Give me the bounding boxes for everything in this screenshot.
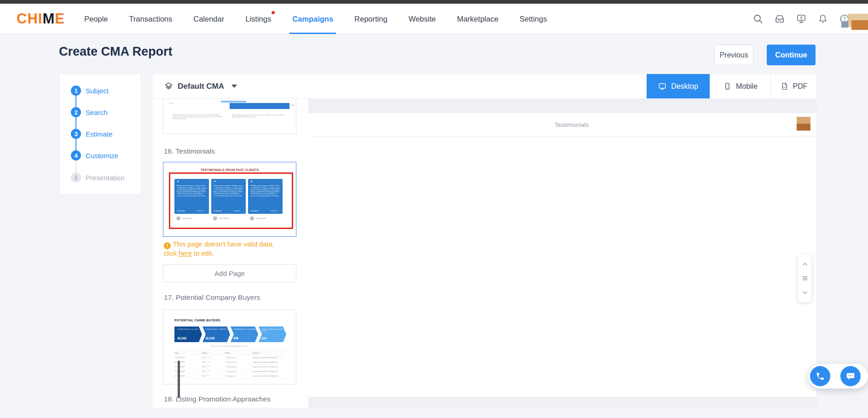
search-icon[interactable] (752, 13, 764, 24)
wizard-stepper: 1 Subject 2 Search 3 Estimate 4 Customiz… (59, 74, 141, 195)
chevron-down-icon (231, 85, 237, 88)
page-thumbnail-partial[interactable]: 75% 85% Most buyers purchase their prope… (163, 98, 296, 134)
navbar-icon-group: $ ? (752, 4, 850, 34)
scroll-down-button[interactable] (801, 288, 809, 297)
chart-bar (230, 103, 289, 109)
testimonial-card: ❝ Whether you're buying or selling a hom… (248, 179, 283, 214)
browser-top-strip (0, 0, 868, 4)
tab-mobile[interactable]: Mobile (710, 74, 771, 98)
page-thumbnail-testimonials[interactable]: TESTIMONIALS FROM PAST CLIENTS ❝ Whether… (163, 162, 296, 237)
testimonials-thumb-title: TESTIMONIALS FROM PAST CLIENTS (163, 168, 296, 172)
preview-page-header: Testimonials (308, 113, 816, 137)
testimonial-text: Whether you're buying or selling a home,… (214, 185, 244, 197)
page-navigation-panel (798, 255, 811, 302)
avatar (213, 216, 217, 220)
nav-item-settings[interactable]: Settings (520, 4, 547, 34)
logo-text: CHI (17, 11, 42, 27)
pdf-file-icon: PDF (781, 82, 788, 90)
preview-page: Testimonials (308, 113, 816, 397)
funnel-segment: Total Active Buyers matching all criteri… (259, 326, 286, 342)
pricing-percent-right: 85% (291, 104, 295, 106)
scroll-up-button[interactable] (801, 260, 809, 269)
step-subject[interactable]: 1 Subject (71, 86, 109, 96)
layers-icon (164, 82, 173, 91)
testimonial-author: Client Name (176, 216, 203, 220)
inbox-icon[interactable] (774, 13, 785, 24)
step-number: 1 (71, 86, 81, 96)
page-list-button[interactable] (801, 274, 809, 282)
pricing-percent-left: 75% (169, 102, 173, 104)
listings-notification-dot (272, 11, 275, 14)
nav-item-marketplace[interactable]: Marketplace (457, 4, 498, 34)
author-name: Client Name (219, 217, 229, 219)
tab-desktop[interactable]: Desktop (647, 74, 710, 98)
thumbnail-pane-scrollbar[interactable] (178, 361, 180, 398)
step-label[interactable]: Subject (86, 87, 109, 95)
testimonial-date: 05/05/2021 (233, 210, 239, 212)
page-thumbnails-pane: 75% 85% Most buyers purchase their prope… (152, 98, 309, 408)
col-header: Interests (253, 352, 285, 354)
funnel-label: Total Active Buyers matching all criteri… (261, 328, 284, 332)
nav-item-listings[interactable]: Listings (245, 4, 271, 34)
notifications-bell-icon[interactable] (817, 13, 828, 24)
chat-bubble-icon (846, 372, 855, 381)
continue-button[interactable]: Continue (767, 45, 816, 65)
testimonial-card: ❝ Whether you're buying or selling a hom… (211, 179, 246, 214)
logo-text-end: E (55, 11, 65, 27)
star-rating: ★★★★ (177, 210, 186, 212)
invalid-data-warning: !This page doesn't have valid data, clic… (164, 240, 287, 258)
step-label[interactable]: Search (86, 109, 108, 116)
user-avatar-fragment (841, 21, 848, 28)
testimonial-date: 05/05/2021 (197, 210, 202, 212)
top-navbar: CHIME People Transactions Calendar Listi… (0, 4, 868, 34)
avatar (250, 216, 254, 220)
testimonial-text: Whether you're buying or selling a home,… (177, 185, 207, 197)
quote-icon: ❝ (177, 180, 179, 184)
funnel-segment: Total Active Buyers ≥ $500,000 16,345 (203, 326, 230, 342)
contact-widget (808, 364, 868, 389)
nav-item-website[interactable]: Website (409, 4, 436, 34)
col-header: Phone (202, 352, 225, 354)
table-row: 13748533498586-***-*******@gmail.comSing… (174, 355, 285, 360)
report-preview-pane: Testimonials (308, 98, 816, 408)
step-estimate[interactable]: 3 Estimate (71, 129, 112, 139)
tab-pdf[interactable]: PDF PDF (770, 74, 817, 98)
funnel-segment: Total Active Buyers in Target Area 456 (231, 326, 258, 342)
previous-button[interactable]: Previous (714, 45, 753, 65)
page-thumbnail-buyers[interactable]: POTENTIAL CHIME BUYERS Total Active Buye… (163, 309, 296, 384)
logo-m-checkmark: M (42, 11, 55, 27)
step-number: 4 (71, 150, 81, 160)
funnel-value: 16,345 (205, 337, 217, 340)
add-page-button[interactable]: Add Page (163, 264, 296, 282)
nav-item-transactions[interactable]: Transactions (129, 4, 172, 34)
quote-icon: ❝ (250, 180, 253, 184)
step-label[interactable]: Customize (86, 152, 118, 160)
step-search[interactable]: 2 Search (71, 107, 108, 117)
chime-logo[interactable]: CHIME (17, 10, 65, 28)
nav-item-people[interactable]: People (84, 4, 108, 34)
avatar (176, 216, 180, 220)
template-selector[interactable]: Default CMA (164, 74, 237, 98)
warning-edit-link[interactable]: here (179, 250, 192, 257)
star-rating: ★★★★ (250, 210, 260, 212)
billing-monitor-icon[interactable]: $ (796, 13, 807, 24)
star-rating: ★★★★ (214, 210, 223, 212)
user-avatar-fragment (851, 20, 868, 30)
step-label[interactable]: Estimate (86, 130, 112, 138)
testimonial-date: 05/05/2021 (270, 210, 276, 212)
nav-item-campaigns[interactable]: Campaigns (292, 4, 333, 34)
nav-item-label: Listings (245, 15, 271, 23)
phone-device-icon (723, 82, 731, 90)
funnel-label: Total Active Buyers in our office (177, 328, 200, 330)
nav-item-calendar[interactable]: Calendar (193, 4, 224, 34)
nav-item-reporting[interactable]: Reporting (354, 4, 388, 34)
chat-button[interactable] (840, 366, 861, 386)
main-nav: People Transactions Calendar Listings Ca… (84, 4, 547, 34)
funnel-value: 456 (233, 337, 245, 340)
author-name: Client Name (255, 217, 266, 219)
call-button[interactable] (810, 366, 830, 386)
table-row: 13748533498586-***-*******@gmail.comSing… (174, 369, 285, 374)
table-header-row: Lead Phone Email Interests (174, 350, 285, 355)
template-toolbar: Default CMA Desktop Mobile PDF PDF (152, 74, 816, 99)
step-customize[interactable]: 4 Customize (71, 150, 118, 160)
